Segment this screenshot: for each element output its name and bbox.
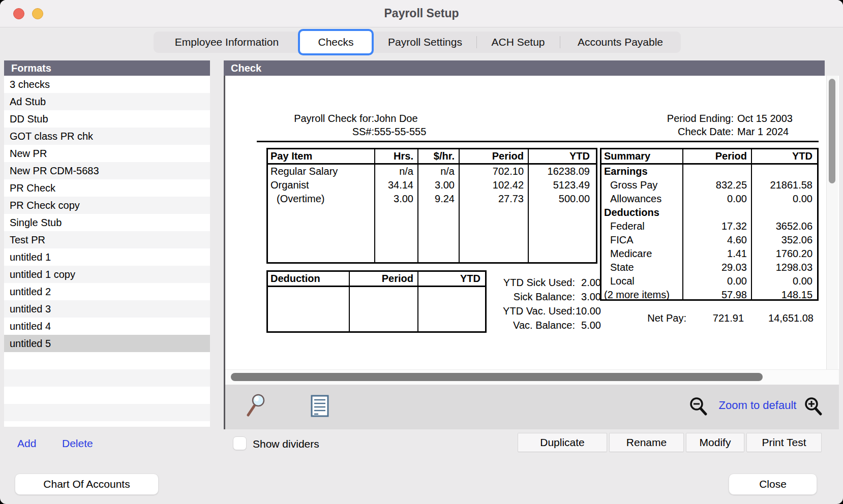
net-pay-period: 721.91	[686, 312, 744, 324]
list-filler-row	[4, 369, 210, 387]
list-filler-row	[4, 404, 210, 421]
preview-toolbar: Zoom to default	[225, 385, 839, 429]
leave-label: YTD Vac. Used:	[456, 305, 575, 317]
check-preview: Payroll Check for: John Doe SS#: 555-55-…	[225, 76, 839, 369]
pay-table-row: Regular Salary n/a n/a 702.10 16238.09	[268, 165, 596, 178]
net-pay-label: Net Pay:	[625, 312, 686, 324]
summary-table-row: FICA 4.60 352.06	[601, 233, 817, 247]
leave-row: Vac. Balance: 5.00	[456, 319, 601, 332]
list-filler-row	[4, 387, 210, 404]
show-dividers-label: Show dividers	[253, 438, 319, 450]
tab-accounts-payable[interactable]: Accounts Payable	[560, 32, 681, 53]
leave-row: YTD Sick Used: 2.00	[456, 276, 601, 289]
vertical-scrollbar-thumb[interactable]	[829, 79, 835, 183]
print-test-button[interactable]: Print Test	[746, 433, 822, 452]
format-row-selected[interactable]: untitled 5	[4, 335, 210, 352]
tab-separator	[476, 36, 477, 48]
zoom-to-default-link[interactable]: Zoom to default	[715, 399, 800, 412]
format-row[interactable]: PR Check copy	[4, 197, 210, 214]
pay-table-header: YTD	[528, 150, 594, 162]
summary-table-row: Allowances 0.00 0.00	[601, 192, 817, 206]
payroll-setup-window: Payroll Setup Employee Information Payro…	[0, 0, 843, 504]
horizontal-scrollbar-thumb[interactable]	[231, 373, 763, 381]
list-filler-row	[4, 421, 210, 427]
check-date-label: Check Date:	[678, 126, 734, 138]
summary-table-row: Medicare 1.41 1760.20	[601, 247, 817, 261]
payroll-check-for-label: Payroll Check for:	[294, 113, 374, 125]
deduction-table-header: Deduction	[268, 273, 349, 285]
pay-item-table: Pay Item Hrs. $/hr. Period YTD Regular S…	[266, 148, 597, 264]
format-row[interactable]: untitled 1 copy	[4, 266, 210, 283]
preview-horizontal-scrollbar[interactable]	[225, 369, 839, 385]
summary-table-header: Summary	[601, 150, 682, 162]
check-top-rule	[257, 141, 819, 142]
magnifier-tool-icon[interactable]	[246, 393, 269, 420]
tab-employee-information[interactable]: Employee Information	[154, 32, 300, 53]
summary-table-row: Earnings	[601, 165, 817, 178]
summary-table-row: State 29.03 1298.03	[601, 261, 817, 274]
preview-vertical-scrollbar[interactable]	[826, 76, 838, 369]
summary-table: Summary Period YTD Earnings Gross Pay 83…	[600, 148, 819, 301]
list-filler-row	[4, 352, 210, 369]
format-row[interactable]: PR Check	[4, 179, 210, 197]
formats-list: 3 checks Ad Stub DD Stub GOT class PR ch…	[4, 76, 210, 427]
leave-label: Vac. Balance:	[456, 320, 575, 331]
format-row[interactable]: New PR CDM-5683	[4, 162, 210, 179]
period-ending-label: Period Ending:	[667, 113, 734, 125]
tab-payroll-settings[interactable]: Payroll Settings	[374, 32, 476, 53]
close-button[interactable]: Close	[729, 474, 817, 495]
format-row[interactable]: DD Stub	[4, 110, 210, 128]
format-row[interactable]: untitled 1	[4, 248, 210, 266]
delete-link[interactable]: Delete	[62, 437, 93, 450]
leave-value: 3.00	[575, 291, 601, 303]
payee-name: John Doe	[374, 113, 418, 125]
ss-number: 555-55-555	[374, 126, 426, 138]
net-pay-ytd: 14,651.08	[744, 312, 814, 324]
summary-table-row: Deductions	[601, 206, 817, 219]
tab-separator	[560, 36, 560, 48]
format-row[interactable]: Test PR	[4, 231, 210, 248]
format-row[interactable]: untitled 3	[4, 300, 210, 318]
modify-button[interactable]: Modify	[686, 433, 744, 452]
summary-table-row: Local 0.00 0.00	[601, 274, 817, 288]
summary-table-row: (2 more items) 57.98 148.15	[601, 288, 817, 302]
format-row[interactable]: New PR	[4, 145, 210, 162]
rename-button[interactable]: Rename	[609, 433, 684, 452]
zoom-out-icon[interactable]	[689, 397, 708, 418]
zoom-in-icon[interactable]	[804, 397, 823, 418]
pay-table-header: Pay Item	[268, 150, 374, 162]
pay-table-header: Period	[459, 150, 528, 162]
tab-ach-setup[interactable]: ACH Setup	[476, 32, 560, 53]
format-row[interactable]: 3 checks	[4, 76, 210, 93]
pay-table-header: Hrs.	[374, 150, 417, 162]
tab-bar: Employee Information Payroll Settings AC…	[154, 32, 681, 53]
format-row[interactable]: Single Stub	[4, 214, 210, 231]
format-row[interactable]: untitled 2	[4, 283, 210, 300]
stub-layout-icon[interactable]	[311, 395, 329, 419]
check-panel-header: Check	[224, 60, 825, 76]
add-link[interactable]: Add	[17, 437, 36, 450]
chart-of-accounts-button[interactable]: Chart Of Accounts	[15, 474, 159, 495]
leave-row: YTD Vac. Used: 10.00	[456, 304, 601, 318]
check-date-value: Mar 1 2024	[737, 126, 789, 138]
leave-label: YTD Sick Used:	[456, 277, 575, 289]
ss-label: SS#:	[352, 126, 374, 138]
leave-value: 2.00	[575, 277, 601, 289]
leave-value: 5.00	[575, 320, 601, 331]
pay-table-header: $/hr.	[417, 150, 459, 162]
format-row[interactable]: untitled 4	[4, 318, 210, 335]
duplicate-button[interactable]: Duplicate	[518, 433, 607, 452]
show-dividers-checkbox[interactable]	[233, 436, 247, 450]
pay-table-row: (Overtime) 3.00 9.24 27.73 500.00	[268, 192, 596, 206]
window-title: Payroll Setup	[0, 7, 843, 20]
deduction-table: Deduction Period YTD	[266, 270, 487, 333]
format-row[interactable]: Ad Stub	[4, 93, 210, 110]
summary-table-row: Gross Pay 832.25 21861.58	[601, 178, 817, 192]
period-ending-value: Oct 15 2003	[737, 113, 793, 125]
format-row[interactable]: GOT class PR chk	[4, 128, 210, 145]
leave-label: Sick Balance:	[456, 291, 575, 303]
titlebar: Payroll Setup	[0, 0, 843, 27]
summary-table-header: Period	[682, 150, 751, 162]
tab-checks[interactable]: Checks	[298, 29, 374, 55]
summary-table-row: Federal 17.32 3652.06	[601, 219, 817, 233]
